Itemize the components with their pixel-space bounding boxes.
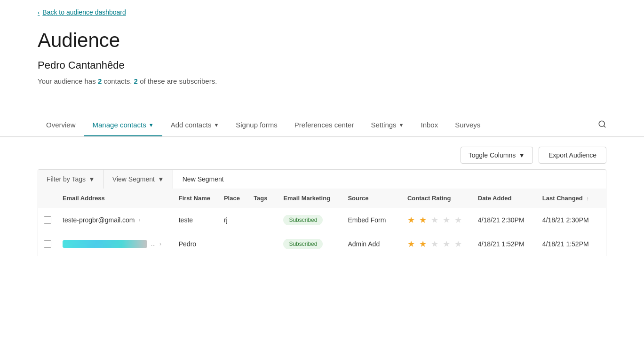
- row1-email[interactable]: teste-progbr@gmail.com: [63, 216, 135, 224]
- nav-item-signup-forms[interactable]: Signup forms: [227, 114, 286, 136]
- header-source: Source: [342, 189, 402, 208]
- audience-description: Your audience has 2 contacts. 2 of these…: [38, 77, 606, 85]
- header-email-marketing: Email Marketing: [278, 189, 342, 208]
- row2-firstname: Pedro: [173, 232, 218, 256]
- header-checkbox-col: [38, 189, 57, 208]
- header-firstname: First Name: [173, 189, 218, 208]
- filter-bar: Filter by Tags ▼ View Segment ▼ New Segm…: [38, 169, 606, 189]
- header-place: Place: [218, 189, 248, 208]
- nav-item-inbox[interactable]: Inbox: [412, 114, 446, 136]
- row2-subscribed-badge: Subscribed: [283, 239, 323, 249]
- table-header-row: Email Address First Name Place Tags Emai…: [38, 189, 606, 208]
- add-contacts-chevron-icon: ▼: [214, 122, 219, 128]
- row1-star4: ★: [443, 215, 451, 225]
- row2-date-added: 4/18/21 1:52PM: [472, 232, 537, 256]
- row2-email-cell: ... ›: [57, 232, 173, 256]
- row2-star3: ★: [431, 239, 439, 249]
- header-tags: Tags: [248, 189, 278, 208]
- navigation-bar: Overview Manage contacts ▼ Add contacts …: [0, 113, 644, 137]
- row1-last-changed: 4/18/21 2:30PM: [537, 208, 606, 232]
- contact-count: 2: [98, 77, 102, 85]
- manage-contacts-chevron-icon: ▼: [149, 122, 154, 128]
- row1-star2: ★: [419, 215, 428, 225]
- nav-search-button[interactable]: [598, 113, 606, 136]
- desc-prefix: Your audience has: [38, 77, 98, 85]
- nav-item-manage-contacts[interactable]: Manage contacts ▼: [84, 114, 162, 136]
- table-row: teste-progbr@gmail.com › teste rj Subscr…: [38, 208, 606, 232]
- search-icon: [598, 120, 606, 128]
- row2-email-ellipsis: ...: [151, 241, 156, 247]
- settings-chevron-icon: ▼: [399, 122, 404, 128]
- nav-item-settings[interactable]: Settings ▼: [362, 114, 412, 136]
- view-segment-button[interactable]: View Segment ▼: [104, 170, 173, 189]
- last-changed-sort-icon: ↑: [586, 196, 589, 201]
- row1-place: rj: [218, 208, 248, 232]
- row1-subscribed-badge: Subscribed: [283, 215, 323, 225]
- row2-tags: [248, 232, 278, 256]
- table-row: ... › Pedro Subscribed Admin Add ★ ★ ★: [38, 232, 606, 256]
- row2-source: Admin Add: [342, 232, 402, 256]
- row1-email-marketing: Subscribed: [278, 208, 342, 232]
- row1-firstname: teste: [173, 208, 218, 232]
- row1-checkbox-cell: [38, 208, 57, 232]
- filter-tags-chevron-icon: ▼: [88, 175, 95, 183]
- view-segment-chevron-icon: ▼: [158, 175, 164, 183]
- row2-last-changed: 4/18/21 1:52PM: [537, 232, 606, 256]
- header-email: Email Address: [57, 189, 173, 208]
- row1-date-added: 4/18/21 2:30PM: [472, 208, 537, 232]
- header-last-changed: Last Changed ↑: [537, 189, 606, 208]
- audience-name: Pedro Cantanhêde: [38, 59, 606, 71]
- toggle-columns-chevron-icon: ▼: [518, 151, 525, 159]
- desc-middle: contacts.: [103, 77, 134, 85]
- row2-checkbox-cell: [38, 232, 57, 256]
- filter-by-tags-button[interactable]: Filter by Tags ▼: [38, 170, 104, 189]
- row1-stars: ★ ★ ★ ★ ★: [407, 215, 463, 225]
- header-date-added: Date Added: [472, 189, 537, 208]
- page-title: Audience: [38, 29, 606, 52]
- row2-star1: ★: [407, 239, 416, 249]
- row1-checkbox[interactable]: [44, 216, 51, 224]
- back-link-label: Back to audience dashboard: [42, 8, 126, 16]
- row1-star5: ★: [454, 215, 463, 225]
- row1-arrow-icon: ›: [139, 217, 141, 223]
- row2-star4: ★: [443, 239, 451, 249]
- row2-rating: ★ ★ ★ ★ ★: [402, 232, 472, 256]
- subscriber-count: 2: [134, 77, 138, 85]
- nav-item-overview[interactable]: Overview: [38, 114, 84, 136]
- row1-rating: ★ ★ ★ ★ ★: [402, 208, 472, 232]
- header-contact-rating: Contact Rating: [402, 189, 472, 208]
- back-to-dashboard-link[interactable]: ‹ Back to audience dashboard: [0, 0, 644, 24]
- row1-tags: [248, 208, 278, 232]
- row1-email-cell: teste-progbr@gmail.com ›: [57, 208, 173, 232]
- back-chevron-icon: ‹: [38, 9, 40, 16]
- nav-item-add-contacts[interactable]: Add contacts ▼: [162, 114, 228, 136]
- nav-item-preferences-center[interactable]: Preferences center: [286, 114, 363, 136]
- export-audience-button[interactable]: Export Audience: [539, 147, 606, 164]
- nav-item-surveys[interactable]: Surveys: [446, 114, 489, 136]
- row1-source: Embed Form: [342, 208, 402, 232]
- row1-star1: ★: [407, 215, 416, 225]
- row2-email-redacted: [63, 240, 147, 248]
- row2-star5: ★: [454, 239, 463, 249]
- new-segment-button[interactable]: New Segment: [173, 170, 233, 189]
- row2-stars: ★ ★ ★ ★ ★: [407, 239, 463, 249]
- row2-star2: ★: [419, 239, 428, 249]
- row2-place: [218, 232, 248, 256]
- contacts-table-wrapper: Filter by Tags ▼ View Segment ▼ New Segm…: [0, 169, 644, 256]
- desc-suffix: of these are subscribers.: [140, 77, 217, 85]
- toolbar: Toggle Columns ▼ Export Audience: [0, 137, 644, 169]
- row1-star3: ★: [431, 215, 439, 225]
- contacts-table: Email Address First Name Place Tags Emai…: [38, 189, 606, 256]
- row2-arrow-icon: ›: [159, 241, 161, 247]
- toggle-columns-button[interactable]: Toggle Columns ▼: [461, 147, 533, 164]
- row2-checkbox[interactable]: [44, 240, 51, 248]
- page-header: Audience Pedro Cantanhêde Your audience …: [0, 24, 644, 99]
- row2-email-marketing: Subscribed: [278, 232, 342, 256]
- svg-line-1: [604, 126, 605, 127]
